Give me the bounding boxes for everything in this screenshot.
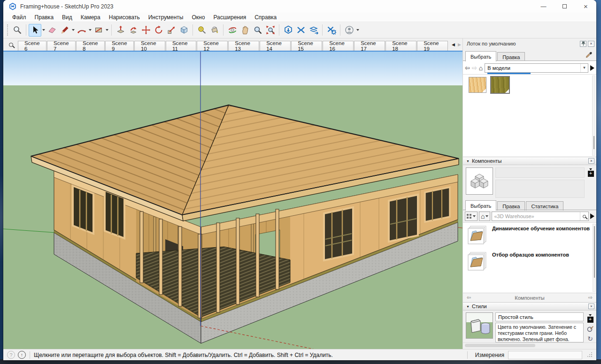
scene-tab[interactable]: Scene 9 <box>105 41 134 51</box>
resize-grip[interactable] <box>588 353 593 357</box>
extension-warehouse-icon[interactable] <box>294 24 307 37</box>
scene-tab[interactable]: Scene 19 <box>417 41 448 51</box>
select-tool-icon[interactable] <box>29 24 41 37</box>
scene-tab[interactable]: Scene 7 <box>47 41 76 51</box>
account-caret[interactable] <box>355 24 360 36</box>
rectangle-tool-caret[interactable] <box>105 24 109 36</box>
eraser-tool-icon[interactable] <box>46 24 58 37</box>
measurements-input[interactable] <box>508 351 582 359</box>
scene-tab[interactable]: Scene 18 <box>385 41 416 51</box>
zoom-tool-icon[interactable] <box>251 24 264 37</box>
tape-measure-tool-icon[interactable] <box>195 24 208 37</box>
arc-tool-icon[interactable] <box>75 24 88 37</box>
share-model-icon[interactable] <box>307 24 320 37</box>
viewport-canvas[interactable] <box>3 51 462 349</box>
help-icon[interactable]: ? <box>7 351 15 359</box>
components-tab-select[interactable]: Выбрать <box>465 200 496 211</box>
components-collapse-icon[interactable]: ▼ <box>466 159 470 163</box>
components-scrollbar[interactable] <box>593 224 596 292</box>
move-tool-icon[interactable] <box>139 24 152 37</box>
search-scenes-icon[interactable] <box>6 43 18 47</box>
materials-home-icon[interactable]: ⌂ <box>479 64 483 72</box>
scene-tab[interactable]: Scene 10 <box>134 41 165 51</box>
minimize-button[interactable]: — <box>533 0 554 13</box>
scene-tab[interactable]: Scene 14 <box>260 41 291 51</box>
pan-tool-icon[interactable] <box>239 24 251 37</box>
materials-tab-select[interactable]: Выбрать <box>465 51 496 61</box>
components-tab-statistics[interactable]: Статистика <box>526 201 563 211</box>
components-home-icon[interactable]: ⌂ <box>479 212 490 221</box>
styles-section-header[interactable]: ▼ Стили × <box>463 302 596 311</box>
paint-bucket-tool-icon[interactable] <box>208 24 221 37</box>
zoom-window-tool-icon[interactable] <box>11 24 23 37</box>
close-button[interactable]: × <box>575 0 596 13</box>
scene-tab[interactable]: Scene 15 <box>291 41 322 51</box>
tray-horizontal-scrollbar[interactable] <box>463 342 596 348</box>
materials-details-icon[interactable] <box>590 65 594 71</box>
materials-back-icon[interactable]: ⇦ <box>465 64 470 71</box>
scene-tab[interactable]: Scene 8 <box>76 41 105 51</box>
line-tool-icon[interactable] <box>58 24 71 37</box>
components-view-options-icon[interactable] <box>465 212 478 221</box>
component-name-field[interactable] <box>495 167 585 178</box>
tray-pin-icon[interactable] <box>580 41 586 47</box>
menu-edit[interactable]: Правка <box>31 13 58 22</box>
components-details-icon[interactable] <box>590 213 594 219</box>
style-name-field[interactable]: Простой стиль <box>495 312 584 321</box>
menu-file[interactable]: Файл <box>8 13 31 22</box>
components-list[interactable]: Динамическое обучение компонентов Отбор … <box>463 222 596 293</box>
styles-refresh-icon[interactable]: ↻ <box>587 336 593 341</box>
material-swatch-light-wood[interactable] <box>469 77 486 93</box>
maximize-button[interactable] <box>554 0 575 13</box>
components-secondary-pane-icon[interactable]: + <box>587 167 594 198</box>
arc-tool-caret[interactable] <box>88 24 92 36</box>
line-tool-caret[interactable] <box>71 24 75 36</box>
menu-extensions[interactable]: Расширения <box>209 13 250 22</box>
scene-tab[interactable]: Scene 16 <box>323 41 354 51</box>
zoom-extents-tool-icon[interactable] <box>264 24 277 37</box>
material-swatch-olive-wood[interactable] <box>490 76 510 94</box>
scene-tab[interactable]: Scene 13 <box>228 41 259 51</box>
materials-list[interactable] <box>463 74 596 157</box>
menu-camera[interactable]: Камера <box>77 13 105 22</box>
scene-tab[interactable]: Scene 12 <box>197 41 228 51</box>
scale-tool-icon[interactable] <box>165 24 177 37</box>
components-section-header[interactable]: ▼ Компоненты × <box>463 157 596 165</box>
scene-tab[interactable]: Scene 11 <box>166 41 196 51</box>
geolocation-icon[interactable]: ↑ <box>18 351 26 359</box>
scene-tab[interactable]: Scene 17 <box>354 41 385 51</box>
materials-collection-select[interactable]: В модели ▼ <box>485 63 588 73</box>
styles-edit-icon[interactable] <box>587 326 593 333</box>
materials-scrollbar[interactable] <box>592 76 595 156</box>
styles-collapse-icon[interactable]: ▼ <box>466 305 470 308</box>
component-folder-item[interactable]: Динамическое обучение компонентов <box>467 225 592 246</box>
extension-manager-icon[interactable] <box>325 24 338 37</box>
components-footer-forward-icon[interactable]: ⇨ <box>588 295 593 301</box>
rectangle-tool-icon[interactable] <box>92 24 105 37</box>
menu-view[interactable]: Вид <box>58 13 77 22</box>
make-component-tool-icon[interactable] <box>177 24 190 37</box>
materials-tab-edit[interactable]: Правка <box>497 52 525 61</box>
component-folder-item[interactable]: Отбор образцов компонентов <box>467 251 592 273</box>
scene-tabs-prev-icon[interactable]: ◀ <box>450 42 456 47</box>
orbit-tool-icon[interactable] <box>226 24 239 37</box>
menu-draw[interactable]: Нарисовать <box>105 13 144 22</box>
materials-forward-icon[interactable]: ⇨ <box>472 64 477 71</box>
rotate-tool-icon[interactable] <box>152 24 165 37</box>
account-icon[interactable] <box>343 24 355 37</box>
components-search-input[interactable] <box>492 213 580 219</box>
warehouse-download-icon[interactable] <box>282 24 294 37</box>
push-pull-tool-icon[interactable] <box>114 24 127 37</box>
components-search-icon[interactable] <box>580 212 588 220</box>
tray-close-icon[interactable]: × <box>588 41 594 47</box>
components-tab-edit[interactable]: Правка <box>497 201 525 211</box>
style-preview[interactable] <box>466 312 493 339</box>
component-description-field[interactable] <box>495 180 585 198</box>
components-close-icon[interactable]: × <box>588 158 594 164</box>
menu-tools[interactable]: Инструменты <box>144 13 188 22</box>
scene-tab[interactable]: Scene 6 <box>18 41 46 51</box>
styles-close-icon[interactable]: × <box>588 303 594 309</box>
menu-help[interactable]: Справка <box>250 13 281 22</box>
select-tool-caret[interactable] <box>41 24 46 36</box>
sample-paint-icon[interactable] <box>586 51 593 59</box>
